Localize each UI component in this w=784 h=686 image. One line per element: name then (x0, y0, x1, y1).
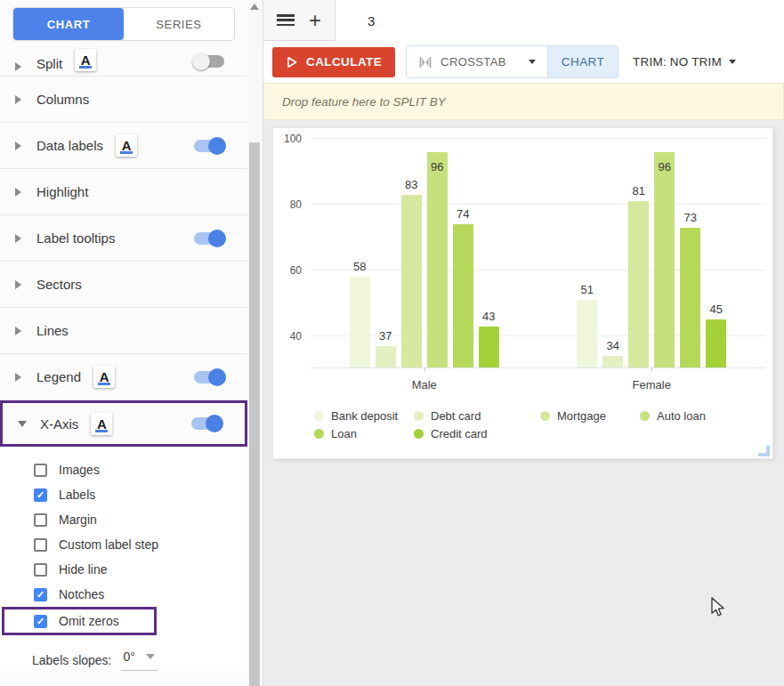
toggle-knob (208, 230, 226, 247)
checkbox-margin[interactable] (34, 513, 47, 527)
expand-caret-icon[interactable] (15, 188, 21, 197)
worksheet-tabstrip: + 3 (263, 0, 784, 41)
section-label: X-Axis (40, 416, 78, 432)
font-style-icon[interactable]: A (93, 366, 115, 388)
checkbox-row-margin[interactable]: Margin (0, 507, 247, 532)
sidebar-section-lines[interactable]: Lines (0, 308, 247, 354)
bar-value-label: 37 (379, 329, 392, 343)
collapse-caret-icon[interactable] (18, 421, 27, 427)
sidebar-section-label-tooltips[interactable]: Label tooltips (0, 215, 247, 262)
bar-debt-card[interactable]: 34 (602, 356, 623, 367)
bar-loan[interactable]: 74 (453, 224, 473, 367)
bar-value-label: 51 (581, 283, 594, 296)
expand-caret-icon[interactable] (15, 95, 21, 104)
axis-notch-icon (424, 367, 425, 371)
bar-rect (706, 319, 726, 367)
expand-caret-icon[interactable] (15, 234, 21, 243)
add-tab-icon[interactable]: + (309, 10, 321, 31)
toggle-data-labels[interactable] (194, 140, 224, 152)
checkbox-notches[interactable]: ✓ (34, 588, 47, 601)
bar-debt-card[interactable]: 37 (376, 346, 396, 367)
chart-view-button[interactable]: CHART (547, 46, 618, 77)
expand-caret-icon[interactable] (15, 141, 21, 150)
tab-chart[interactable]: CHART (13, 8, 124, 40)
checkbox-row-omit-zeros[interactable]: ✓Omit zeros (2, 607, 157, 635)
font-style-icon[interactable]: A (116, 134, 137, 157)
checkbox-omit-zeros[interactable]: ✓ (34, 615, 47, 628)
play-icon (286, 56, 298, 69)
menu-icon[interactable] (277, 14, 295, 26)
bar-mortgage[interactable]: 83 (401, 195, 422, 367)
font-style-icon[interactable]: A (91, 413, 112, 435)
font-style-icon[interactable]: A (75, 49, 96, 71)
bar-rect (602, 356, 623, 367)
legend-item-bank-deposit[interactable]: Bank deposit (314, 409, 414, 423)
sidebar-section-split[interactable]: SplitA (0, 41, 247, 77)
view-switcher: CROSSTAB CHART (406, 45, 618, 78)
sidebar-section-highlight[interactable]: Highlight (0, 169, 247, 215)
checkbox-images[interactable] (34, 464, 47, 477)
bar-bank-deposit[interactable]: 58 (350, 277, 370, 367)
y-axis-tick-label: 40 (290, 330, 302, 343)
expand-caret-icon[interactable] (15, 280, 21, 289)
worksheet-tab-3[interactable]: 3 (368, 13, 375, 28)
toggle-legend[interactable] (194, 371, 224, 383)
checkbox-row-hide-line[interactable]: Hide line (0, 557, 247, 582)
bar-rect (680, 228, 700, 367)
checkbox-row-images[interactable]: Images (0, 457, 247, 482)
app-window: CHART SERIES SplitAColumnsData labelsAHi… (0, 0, 784, 686)
legend-item-debt-card[interactable]: Debt card (414, 409, 540, 423)
trim-dropdown-button[interactable]: TRIM: NO TRIM (633, 55, 736, 69)
sidebar-section-legend[interactable]: LegendA (0, 354, 247, 400)
toggle-label-tooltips[interactable] (194, 232, 224, 245)
tab-series[interactable]: SERIES (124, 8, 234, 40)
bar-value-label: 74 (457, 207, 469, 221)
sidebar-scrollbar[interactable] (247, 0, 263, 686)
bar-group-male: 583783967443Male (311, 140, 538, 367)
crosstab-icon (418, 55, 432, 69)
bar-auto-loan[interactable]: 96 (427, 152, 448, 367)
bar-credit-card[interactable]: 43 (479, 327, 499, 367)
plot-area: 406080100583783967443Male513481967345Fem… (311, 140, 765, 368)
crosstab-dropdown-button[interactable]: CROSSTAB (407, 46, 547, 77)
bar-bank-deposit[interactable]: 51 (577, 300, 597, 367)
scroll-up-arrow-icon[interactable] (250, 4, 259, 10)
bar-credit-card[interactable]: 45 (706, 319, 726, 367)
checkbox-labels[interactable]: ✓ (34, 488, 47, 502)
resize-handle[interactable] (758, 446, 770, 456)
bar-chart-card[interactable]: 406080100583783967443Male513481967345Fem… (272, 127, 773, 459)
legend-item-mortgage[interactable]: Mortgage (540, 409, 640, 423)
sidebar-tab-switcher: CHART SERIES (12, 7, 235, 41)
legend-item-auto-loan[interactable]: Auto loan (640, 409, 772, 423)
bar-mortgage[interactable]: 81 (628, 201, 649, 367)
checkbox-row-notches[interactable]: ✓Notches (0, 582, 247, 607)
expand-caret-icon[interactable] (15, 62, 21, 71)
sidebar-section-data-labels[interactable]: Data labelsA (0, 123, 247, 169)
expand-caret-icon[interactable] (15, 373, 21, 382)
checkbox-custom-label-step[interactable] (34, 538, 47, 552)
toggle-split[interactable] (194, 55, 224, 68)
section-label: Columns (36, 92, 89, 107)
scrollbar-thumb[interactable] (249, 142, 260, 686)
checkbox-row-labels[interactable]: ✓Labels (0, 482, 247, 507)
legend-item-loan[interactable]: Loan (314, 427, 414, 440)
main-area: + 3 CALCULATE CROSSTAB (263, 0, 784, 686)
calculate-button[interactable]: CALCULATE (272, 47, 395, 77)
bar-loan[interactable]: 73 (680, 228, 700, 367)
bar-auto-loan[interactable]: 96 (654, 152, 675, 367)
toggle-x-axis[interactable] (191, 417, 222, 430)
sidebar-section-x-axis[interactable]: X-AxisA (0, 400, 247, 447)
legend-label: Mortgage (557, 409, 606, 423)
split-by-dropzone[interactable]: Drop feature here to SPLIT BY (263, 83, 784, 120)
sidebar-section-sectors[interactable]: Sectors (0, 262, 247, 308)
sidebar-section-columns[interactable]: Columns (0, 77, 247, 123)
checkbox-hide-line[interactable] (34, 563, 47, 577)
legend-label: Auto loan (657, 409, 706, 423)
y-axis-tick-label: 100 (284, 133, 302, 145)
legend-item-credit-card[interactable]: Credit card (414, 427, 540, 440)
bar-rect (401, 195, 422, 367)
checkbox-row-custom-label-step[interactable]: Custom label step (0, 532, 247, 557)
expand-caret-icon[interactable] (15, 327, 21, 335)
bar-rect (628, 201, 649, 367)
labels-slopes-select[interactable]: 0° (121, 650, 158, 671)
